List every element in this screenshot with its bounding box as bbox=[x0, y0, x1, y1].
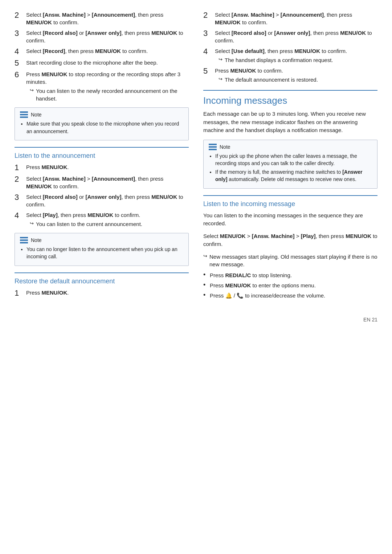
bullet-dot-2: • bbox=[203, 282, 210, 289]
svg-rect-5 bbox=[20, 242, 28, 243]
divider-incoming bbox=[203, 90, 377, 91]
divider-restore bbox=[15, 272, 189, 273]
listen-incoming-desc: You can listen to the incoming messages … bbox=[203, 212, 377, 228]
svg-rect-6 bbox=[209, 144, 217, 145]
note-label-1: Note bbox=[31, 112, 42, 118]
note-list-2: You can no longer listen to the announce… bbox=[20, 246, 183, 260]
arrow-icon: ↪ bbox=[30, 87, 34, 94]
step-record-3: 3 Select [Record also] or [Answer only],… bbox=[15, 29, 189, 44]
note-icon-2 bbox=[20, 237, 28, 243]
restore-right-steps-list: 2 Select [Answ. Machine] > [Announcement… bbox=[203, 11, 377, 83]
note-item-2-1: You can no longer listen to the announce… bbox=[26, 246, 183, 260]
svg-rect-3 bbox=[20, 237, 28, 238]
listen-incoming-sub: ↪ New messages start playing. Old messag… bbox=[203, 253, 377, 269]
step-6-sub: ↪ You can listen to the newly recorded a… bbox=[26, 87, 189, 102]
incoming-bullet-2: • Press MENU/OK to enter the options men… bbox=[203, 282, 377, 290]
step-content-5: Start recording close to the microphone … bbox=[26, 59, 189, 66]
bullet-dot-1: • bbox=[203, 271, 210, 279]
note-item-1-1: Make sure that you speak close to the mi… bbox=[26, 120, 183, 135]
step-restore-5: 5 Press MENU/OK to confirm. ↪ The defaul… bbox=[203, 67, 377, 83]
note-list-1: Make sure that you speak close to the mi… bbox=[20, 120, 183, 135]
note-item-3-1: If you pick up the phone when the caller… bbox=[215, 152, 372, 167]
right-column: 2 Select [Answ. Machine] > [Announcement… bbox=[203, 11, 377, 302]
incoming-bullet-2-text: Press MENU/OK to enter the options menu. bbox=[210, 282, 316, 290]
step-record-6: 6 Press MENU/OK to stop recording or the… bbox=[15, 70, 189, 102]
step-num-2: 2 bbox=[15, 11, 26, 20]
listen-incoming-action-bullets: • Press REDIAL/C to stop listening. • Pr… bbox=[203, 271, 377, 299]
svg-rect-4 bbox=[20, 239, 28, 241]
note-header-2: Note bbox=[20, 237, 183, 243]
listen-incoming-title: Listen to the incoming message bbox=[203, 200, 377, 208]
incoming-bullet-1-text: Press REDIAL/C to stop listening. bbox=[210, 271, 292, 279]
step-restore-5-sub: ↪ The default announcement is restored. bbox=[215, 76, 377, 83]
step-restore-content-1: Press MENU/OK. bbox=[26, 289, 189, 296]
incoming-title: Incoming messages bbox=[203, 95, 377, 106]
left-column: 2 Select [Answ. Machine] > [Announcement… bbox=[15, 11, 189, 302]
page-number: EN 21 bbox=[15, 317, 377, 323]
step-listen-4-sub-text: You can listen to the current announceme… bbox=[36, 220, 142, 228]
note-label-3: Note bbox=[220, 144, 230, 150]
step-record-5: 5 Start recording close to the microphon… bbox=[15, 59, 189, 67]
step-content-6: Press MENU/OK to stop recording or the r… bbox=[26, 70, 189, 102]
note-box-3: Note If you pick up the phone when the c… bbox=[203, 140, 377, 189]
incoming-bullet-1: • Press REDIAL/C to stop listening. bbox=[203, 271, 377, 279]
step-num-3: 3 bbox=[15, 29, 26, 38]
svg-rect-1 bbox=[20, 114, 28, 115]
step-restore-right-content-4: Select [Use default], then press MENU/OK… bbox=[215, 47, 377, 64]
step-listen-num-1: 1 bbox=[15, 163, 26, 172]
note-box-1: Note Make sure that you speak close to t… bbox=[15, 107, 189, 140]
arrow-icon-restore-4: ↪ bbox=[219, 56, 222, 63]
step-listen-num-4: 4 bbox=[15, 211, 26, 220]
step-restore-right-num-5: 5 bbox=[203, 67, 215, 75]
listen-incoming-sub-text: New messages start playing. Old messages… bbox=[209, 253, 377, 269]
step-listen-4-sub: ↪ You can listen to the current announce… bbox=[26, 220, 189, 228]
step-listen-content-1: Press MENU/OK. bbox=[26, 163, 189, 171]
step-num-6: 6 bbox=[15, 70, 26, 79]
step-listen-content-3: Select [Record also] or [Answer only], t… bbox=[26, 193, 189, 208]
step-listen-content-2: Select [Answ. Machine] > [Announcement],… bbox=[26, 175, 189, 190]
svg-rect-7 bbox=[209, 146, 217, 148]
step-restore-right-content-3: Select [Record also] or [Answer only], t… bbox=[215, 29, 377, 44]
note-header-3: Note bbox=[209, 144, 372, 150]
restore-steps-list: 1 Press MENU/OK. bbox=[15, 289, 189, 297]
step-num-5: 5 bbox=[15, 59, 26, 67]
step-record-2: 2 Select [Answ. Machine] > [Announcement… bbox=[15, 11, 189, 26]
step-restore-3: 3 Select [Record also] or [Answer only],… bbox=[203, 29, 377, 44]
step-listen-1: 1 Press MENU/OK. bbox=[15, 163, 189, 172]
note-list-3: If you pick up the phone when the caller… bbox=[209, 152, 372, 183]
step-restore-right-content-2: Select [Answ. Machine] > [Announcement],… bbox=[215, 11, 377, 26]
step-restore-5-sub-text: The default announcement is restored. bbox=[225, 76, 318, 83]
step-restore-num-1: 1 bbox=[15, 289, 26, 297]
step-restore-right-content-5: Press MENU/OK to confirm. ↪ The default … bbox=[215, 67, 377, 83]
step-listen-num-3: 3 bbox=[15, 193, 26, 202]
step-restore-2: 2 Select [Answ. Machine] > [Announcement… bbox=[203, 11, 377, 26]
svg-rect-0 bbox=[20, 111, 28, 113]
arrow-icon-incoming-sub: ↪ bbox=[203, 253, 207, 260]
step-record-4: 4 Select [Record], then press MENU/OK to… bbox=[15, 47, 189, 56]
step-restore-right-num-2: 2 bbox=[203, 11, 215, 20]
record-steps-list: 2 Select [Answ. Machine] > [Announcement… bbox=[15, 11, 189, 102]
incoming-bullet-3: • Press 🔔 / 📞 to increase/decrease the v… bbox=[203, 292, 377, 300]
incoming-bullet-3-text: Press 🔔 / 📞 to increase/decrease the vol… bbox=[210, 292, 325, 300]
step-listen-content-4: Select [Play], then press MENU/OK to con… bbox=[26, 211, 189, 228]
step-restore-1: 1 Press MENU/OK. bbox=[15, 289, 189, 297]
restore-title: Restore the default announcement bbox=[15, 278, 189, 285]
note-label-2: Note bbox=[31, 237, 42, 243]
note-header-1: Note bbox=[20, 111, 183, 118]
listen-steps-list: 1 Press MENU/OK. 2 Select [Answ. Machine… bbox=[15, 163, 189, 228]
step-content-2: Select [Answ. Machine] > [Announcement],… bbox=[26, 11, 189, 26]
step-listen-num-2: 2 bbox=[15, 175, 26, 184]
step-content-3: Select [Record also] or [Answer only], t… bbox=[26, 29, 189, 44]
step-num-4: 4 bbox=[15, 47, 26, 56]
step-listen-2: 2 Select [Answ. Machine] > [Announcement… bbox=[15, 175, 189, 190]
step-6-sub-text: You can listen to the newly recorded ann… bbox=[36, 87, 189, 102]
step-restore-4-sub-text: The handset displays a confirmation requ… bbox=[225, 56, 333, 64]
listen-title: Listen to the announcement bbox=[15, 152, 189, 160]
svg-rect-8 bbox=[209, 149, 217, 150]
bullet-dot-3: • bbox=[203, 292, 210, 299]
divider-listen-incoming bbox=[203, 195, 377, 196]
svg-rect-2 bbox=[20, 116, 28, 118]
note-box-2: Note You can no longer listen to the ann… bbox=[15, 233, 189, 266]
note-icon-3 bbox=[209, 144, 217, 150]
arrow-icon-listen-4: ↪ bbox=[30, 220, 34, 227]
